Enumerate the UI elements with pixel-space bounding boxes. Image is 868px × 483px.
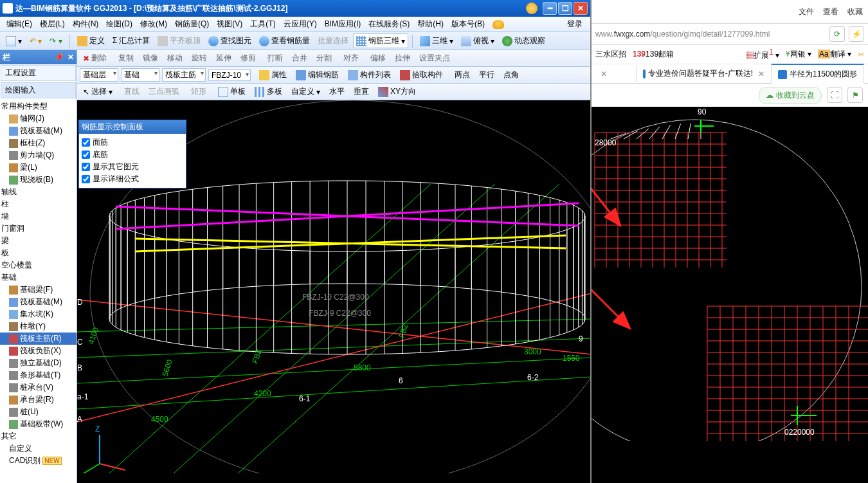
threed-button[interactable]: 三维 ▾ [417,33,457,48]
flag-button[interactable]: ⚑ [847,87,863,103]
batchsel-button[interactable]: 批量选择 [314,33,352,48]
trim-button[interactable]: 修剪 [237,51,259,66]
tree-pile[interactable]: 桩(U) [0,406,77,418]
close-button[interactable]: ✕ [574,2,588,15]
address-bar[interactable]: www.fwxgx.com/question/gimq/detail/12770… [592,23,868,45]
browser-menu-view[interactable]: 查看 [823,6,838,17]
member-tree[interactable]: 常用构件类型 轴网(J) 筏板基础(M) 框柱(Z) 剪力墙(Q) 梁(L) 现… [0,99,77,483]
reward-icon[interactable] [526,3,538,14]
member-combo[interactable]: 基础 [121,68,159,82]
tree-group-hollow[interactable]: 空心楼盖 [0,259,77,271]
titlebar[interactable]: 达—BIM钢筋算量软件 GGJ2013 - [D:\预结算及抽筋\广联达抽筋\测… [0,0,590,17]
align-button[interactable]: 对齐 [340,51,362,66]
attr-button[interactable]: 属性 [256,68,290,82]
tree-castslab[interactable]: 现浇板(B) [0,174,77,186]
maximize-button[interactable]: ☐ [558,2,572,15]
chk-formula[interactable]: 显示详细公式 [82,173,183,185]
chk-top[interactable]: 面筋 [82,136,183,149]
sidebar-cat-settings[interactable]: 工程设置 [1,65,76,81]
browser-menu-favorites[interactable]: 收藏 [847,6,863,17]
viewport-3d[interactable]: D C B a-1 A 6 6-1 6-2 9 5800 4200 4 [77,100,590,483]
minimize-button[interactable]: ━ [543,2,557,15]
rebar-display-panel[interactable]: 钢筋显示控制面板 面筋 底筋 显示其它图元 显示详细公式 [78,120,186,188]
login-link[interactable]: 登录 [563,19,588,30]
menu-version[interactable]: 版本号(B) [448,19,489,30]
bk-ext[interactable]: ▦扩展1 ▾ [746,48,779,61]
bk-shot[interactable]: ✂ [858,50,864,59]
xydir-button[interactable]: XY方向 [375,84,419,99]
delete-button[interactable]: ✖删除 [80,51,110,66]
tree-beam[interactable]: 梁(L) [0,161,77,174]
undo-button[interactable]: ↶ ▾ [26,35,45,48]
tree-capbeam[interactable]: 承台梁(R) [0,394,77,406]
rotate-button[interactable]: 旋转 [188,51,210,66]
tree-group-wall[interactable]: 墙 [0,210,77,223]
code-combo[interactable]: FBZJ-10 [208,69,251,81]
tree-shearwall[interactable]: 剪力墙(Q) [0,149,77,161]
tree-raft[interactable]: 筏板基础(M) [0,125,77,137]
arc3-button[interactable]: 三点画弧 [145,84,183,99]
view3d-combo[interactable]: 钢筋三维 ▾ [353,33,408,48]
menu-modify[interactable]: 修改(M) [136,19,171,30]
bk-wangyin[interactable]: ¥网银 ▾ [786,49,811,60]
hardhat-icon[interactable] [493,20,504,29]
menu-tools[interactable]: 工具(T) [246,19,279,30]
rebar-combo[interactable]: 筏板主筋 [162,68,206,82]
horiz-button[interactable]: 水平 [326,84,348,99]
menu-cloud[interactable]: 云应用(Y) [280,19,321,30]
setsnap-button[interactable]: 设置夹点 [416,51,453,66]
bk-sanshui[interactable]: 三水区招 [595,49,626,60]
lightning-icon[interactable]: ⚡ [849,26,864,42]
tab-empty[interactable]: ✕ [592,66,637,82]
tree-sump[interactable]: 集水坑(K) [0,308,77,320]
menu-floor[interactable]: 楼层(L) [36,19,69,30]
multi-button[interactable]: 多板 [251,84,285,99]
tree-group-column[interactable]: 柱 [0,198,77,210]
tree-group-foundation[interactable]: 基础 [0,271,77,284]
tree-raftneg[interactable]: 筏板负筋(X) [0,345,77,357]
select-button[interactable]: ↖选择 ▾ [80,84,116,99]
tree-group-other[interactable]: 其它 [0,430,77,442]
tree-group-slab[interactable]: 板 [0,247,77,259]
tab-circle[interactable]: 半径为11500的圆形 [772,64,864,84]
copy-button[interactable]: 复制 [115,51,137,66]
bk-translate[interactable]: Aa翻译 ▾ [818,49,851,60]
snap-button[interactable]: 拉伸 [392,51,413,66]
custom-button[interactable]: 自定义 ▾ [288,84,323,99]
tab-qa[interactable]: 专业造价问题答疑平台-广联达!✕ [637,64,772,83]
tree-isolated[interactable]: 独立基础(D) [0,357,77,369]
tree-pilecap2[interactable]: 桩承台(V) [0,381,77,394]
browser-menu-file[interactable]: 文件 [799,6,814,17]
menu-online[interactable]: 在线服务(S) [365,19,413,30]
menu-member[interactable]: 构件(N) [69,19,103,30]
memberlist-button[interactable]: 构件列表 [345,68,394,82]
perspective-button[interactable]: 俯视 ▾ [458,33,498,48]
pin-icon[interactable]: 📌 [54,53,64,62]
ptangle-button[interactable]: 点角 [500,68,522,82]
menu-bim[interactable]: BIM应用(I) [321,19,365,30]
sidebar-cat-draw[interactable]: 绘图输入 [1,82,76,98]
define-button[interactable]: 定义 [74,33,108,48]
offset-button[interactable]: 偏移 [367,51,389,66]
tree-group-axis[interactable]: 轴线 [0,186,77,198]
tree-group-common[interactable]: 常用构件类型 [0,100,77,113]
twopt-button[interactable]: 两点 [451,68,473,82]
single-button[interactable]: 单板 [215,84,249,99]
dynview-button[interactable]: 动态观察 [499,33,548,48]
new-button[interactable]: ▾ [3,34,25,48]
mirror-button[interactable]: 镜像 [140,51,161,66]
pick-button[interactable]: 拾取构件 [397,68,446,82]
tree-group-opening[interactable]: 门窗洞 [0,223,77,235]
tab-close-icon[interactable]: ✕ [601,69,607,78]
tree-cad[interactable]: CAD识别 NEW [0,455,77,467]
cad-view[interactable]: 90 28000 0220000 [592,107,868,483]
menu-help[interactable]: 帮助(H) [413,19,448,30]
chk-bottom[interactable]: 底筋 [82,149,183,161]
line-button[interactable]: 直线 [121,84,143,99]
editrebar-button[interactable]: 编辑钢筋 [293,68,342,82]
break-button[interactable]: 打断 [264,51,286,66]
expand-button[interactable]: ⛶ [827,87,842,103]
vert-button[interactable]: 垂直 [350,84,372,99]
tree-group-beam[interactable]: 梁 [0,235,77,247]
findelem-button[interactable]: 查找图元 [205,33,255,48]
